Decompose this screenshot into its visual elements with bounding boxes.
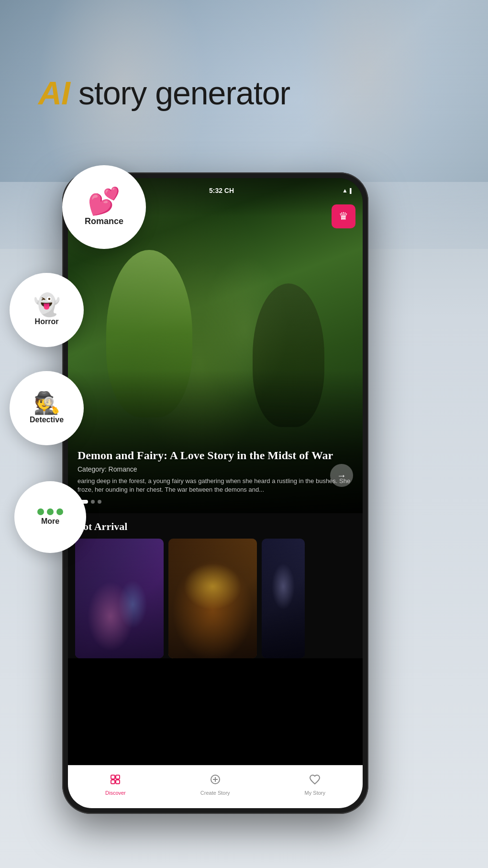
title-ai: AI	[38, 75, 70, 111]
card-2-art	[168, 539, 257, 658]
svg-rect-3	[116, 780, 120, 784]
more-dot-3	[56, 508, 63, 515]
detective-label: Detective	[30, 416, 64, 424]
card-1-art	[75, 539, 164, 658]
crown-icon: ♛	[339, 210, 348, 223]
detective-emoji: 🕵️	[33, 392, 60, 414]
bottom-navigation: Discover Create Story My	[68, 765, 363, 808]
more-dots	[37, 508, 63, 515]
category-bubble-romance[interactable]: 💕 Romance	[62, 165, 146, 249]
app-title: AI story generator	[38, 75, 290, 111]
phone-frame: cung cấp 5:32 CH ▲ ▌	[62, 172, 368, 814]
dot-2	[91, 500, 95, 504]
story-card-3[interactable]	[262, 539, 305, 658]
category-bubble-detective[interactable]: 🕵️ Detective	[10, 371, 84, 445]
category-bubble-horror[interactable]: 👻 Horror	[10, 273, 84, 347]
svg-rect-1	[116, 775, 120, 779]
featured-story-title: Demon and Fairy: A Love Story in the Mid…	[78, 449, 353, 462]
slider-dots	[78, 500, 353, 504]
romance-emoji: 💕	[88, 188, 121, 214]
discover-icon	[110, 774, 121, 788]
featured-story-category: Category: Romance	[78, 465, 353, 473]
app-title-area: AI story generator	[38, 74, 290, 112]
horror-emoji: 👻	[33, 294, 60, 316]
nav-discover[interactable]: Discover	[96, 770, 135, 800]
story-card-1[interactable]	[75, 539, 164, 658]
hot-arrival-title: Hot Arrival	[75, 520, 355, 533]
hot-arrival-section: Hot Arrival	[68, 513, 363, 658]
featured-story-excerpt: earing deep in the forest, a young fairy…	[78, 477, 353, 494]
battery-icon: ▌	[350, 188, 353, 193]
time-display: 5:32 CH	[209, 187, 234, 194]
svg-rect-0	[111, 775, 115, 779]
story-info-overlay: Demon and Fairy: A Love Story in the Mid…	[68, 449, 363, 513]
status-icons: ▲ ▌	[342, 187, 353, 194]
romance-label: Romance	[85, 216, 123, 226]
title-rest: story generator	[70, 75, 290, 111]
category-bubble-more[interactable]: More	[14, 481, 86, 553]
more-dot-1	[37, 508, 44, 515]
create-icon	[210, 774, 221, 788]
card-3-art	[262, 539, 305, 658]
create-label: Create Story	[200, 790, 230, 796]
story-card-2[interactable]	[168, 539, 257, 658]
nav-mystory[interactable]: My Story	[295, 770, 335, 800]
mystory-icon	[309, 774, 321, 788]
mystory-label: My Story	[305, 790, 325, 796]
more-label: More	[41, 517, 59, 526]
more-dot-2	[47, 508, 54, 515]
dot-3	[98, 500, 101, 504]
wifi-icon: ▲	[342, 187, 348, 194]
horror-label: Horror	[35, 317, 59, 326]
svg-rect-2	[111, 780, 115, 784]
discover-label: Discover	[105, 790, 126, 796]
story-cards-row	[75, 539, 355, 658]
phone-screen: cung cấp 5:32 CH ▲ ▌	[68, 178, 363, 808]
premium-badge[interactable]: ♛	[332, 204, 355, 228]
nav-create[interactable]: Create Story	[191, 770, 240, 800]
